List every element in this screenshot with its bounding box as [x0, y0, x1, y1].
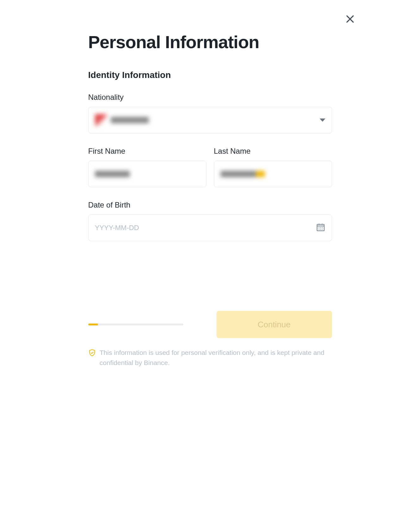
svg-point-9 [318, 229, 319, 230]
last-name-input[interactable] [214, 161, 332, 187]
first-name-field: First Name [88, 147, 206, 187]
last-name-value-redacted [221, 171, 265, 177]
dob-input[interactable] [95, 224, 316, 232]
dob-label: Date of Birth [88, 201, 332, 209]
svg-point-11 [322, 229, 323, 230]
page-title: Personal Information [88, 32, 332, 52]
nationality-select[interactable] [88, 107, 332, 133]
continue-button[interactable]: Continue [216, 311, 332, 338]
svg-point-8 [322, 227, 323, 228]
svg-point-6 [318, 227, 319, 228]
shield-check-icon [88, 348, 96, 368]
section-title: Identity Information [88, 70, 332, 80]
last-name-label: Last Name [214, 147, 332, 156]
dob-input-wrap [88, 215, 332, 241]
last-name-field: Last Name [214, 147, 332, 187]
flag-icon [95, 114, 107, 126]
nationality-label: Nationality [88, 93, 332, 102]
calendar-icon[interactable] [316, 222, 325, 233]
progress-bar [88, 324, 183, 325]
dob-field: Date of Birth [88, 201, 332, 241]
close-button[interactable] [343, 13, 357, 27]
progress-fill [88, 324, 98, 325]
close-icon [345, 14, 355, 26]
first-name-input[interactable] [88, 161, 206, 187]
first-name-value-redacted [95, 171, 130, 177]
personal-info-modal: Personal Information Identity Informatio… [52, 0, 368, 387]
nationality-value-redacted [111, 117, 149, 123]
chevron-down-icon [320, 119, 325, 122]
first-name-label: First Name [88, 147, 206, 156]
svg-point-7 [320, 227, 321, 228]
svg-point-10 [320, 229, 321, 230]
nationality-field: Nationality [88, 93, 332, 133]
disclaimer-text: This information is used for personal ve… [100, 348, 332, 368]
